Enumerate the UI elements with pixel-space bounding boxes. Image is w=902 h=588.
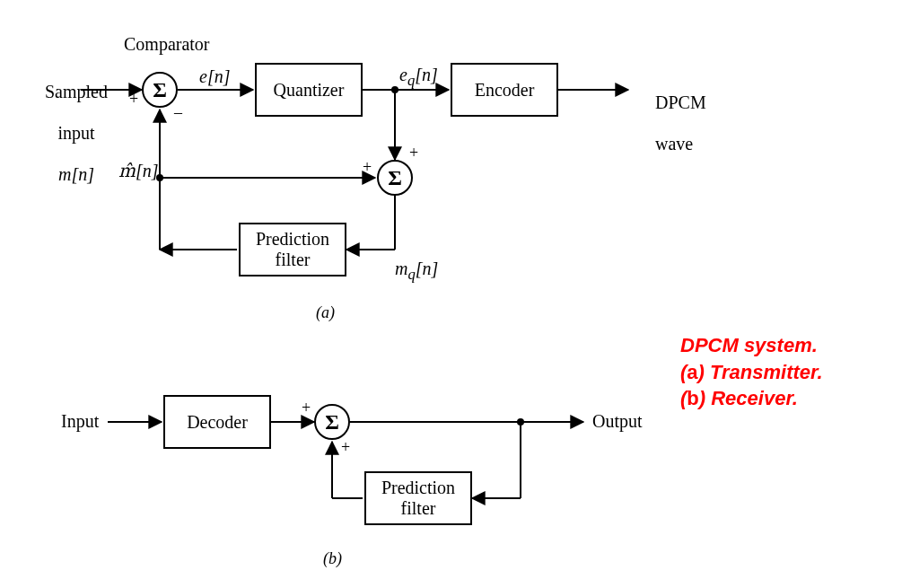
comparator-label: Comparator (124, 34, 210, 55)
tx-mhat-label: m̂[n] (118, 160, 159, 181)
tx-e-label: e[n] (199, 66, 230, 87)
tx-quantizer-block: Quantizer (255, 63, 363, 117)
tx-encoder-block: Encoder (451, 63, 558, 117)
tx-summer-feedback: Σ (377, 160, 413, 196)
tx-input-line2: input (57, 123, 94, 143)
rx-pf-text: Prediction filter (381, 478, 455, 519)
figure-caption: DPCM system. (a) Transmitter. (b) Receiv… (680, 332, 823, 412)
subfig-b-label: (b) (323, 549, 342, 568)
tx-eq-label: eq[n] (399, 65, 438, 90)
tx-output-line1: DPCM (655, 92, 706, 112)
sigma-icon: Σ (388, 166, 402, 190)
tx-output-line2: wave (655, 134, 693, 154)
tx-prediction-filter-block: Prediction filter (239, 223, 346, 276)
rx-decoder-block: Decoder (163, 395, 271, 449)
tx-summer-comparator: Σ (142, 72, 178, 108)
caption-line2: (a) Transmitter. (680, 361, 823, 383)
rx-sum-plus-left: + (302, 399, 311, 417)
tx-quantizer-text: Quantizer (274, 80, 345, 101)
rx-output-label: Output (592, 411, 643, 432)
caption-line1: DPCM system. (680, 334, 818, 356)
rx-output-node (517, 418, 524, 426)
rx-decoder-text: Decoder (187, 412, 248, 433)
rx-input-label: Input (61, 411, 99, 432)
tx-mhat-node (156, 174, 163, 181)
tx-mq-label: mq[n] (395, 259, 438, 284)
rx-summer: Σ (314, 404, 350, 440)
tx-input-symbol: m[n] (58, 164, 94, 184)
tx-sum2-plus-top: + (409, 144, 418, 162)
caption-line3: (b) Receiver. (680, 387, 798, 409)
tx-sum2-plus-left: + (363, 158, 372, 177)
tx-input-line1: Sampled (45, 82, 108, 101)
tx-pf-text: Prediction filter (256, 229, 329, 270)
tx-sum1-plus-sign: + (129, 90, 138, 109)
subfig-a-label: (a) (316, 303, 335, 322)
tx-encoder-text: Encoder (475, 80, 535, 101)
tx-eq-node (391, 86, 398, 93)
tx-sum1-minus-sign: – (174, 103, 182, 122)
rx-sum-plus-bottom: + (341, 438, 350, 457)
tx-output-label: DPCM wave (637, 72, 706, 175)
sigma-icon: Σ (153, 78, 167, 102)
tx-input-label: Sampled input m[n] (27, 61, 108, 206)
rx-prediction-filter-block: Prediction filter (364, 471, 472, 525)
diagram-stage: Sampled input m[n] Comparator Σ + – e[n]… (0, 0, 902, 588)
sigma-icon: Σ (325, 410, 339, 434)
